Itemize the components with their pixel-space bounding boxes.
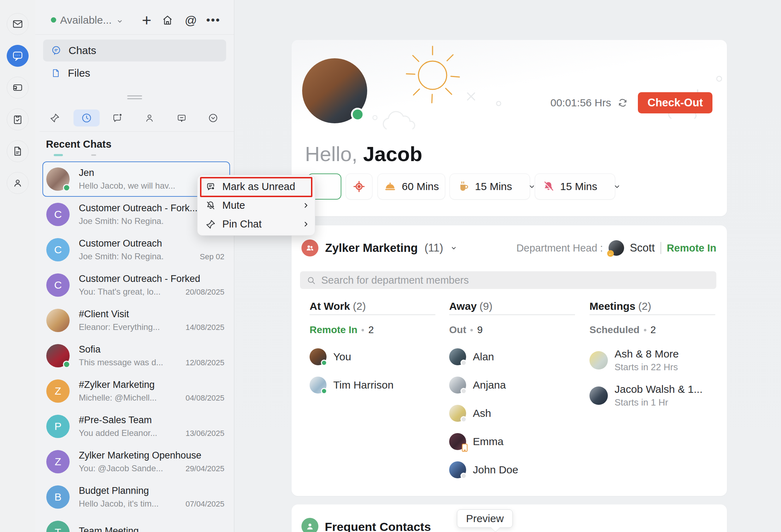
chat-item[interactable]: ZZylker Marketing OpenhouseYou: @Jacob S… [42, 444, 230, 479]
contacts-icon[interactable] [7, 172, 29, 194]
home-icon[interactable] [161, 13, 174, 27]
notes-icon[interactable] [7, 140, 29, 162]
away-status-dot [460, 473, 467, 479]
chevron-down-icon[interactable] [450, 244, 458, 252]
menu-item-label: Pin Chat [222, 218, 262, 230]
bots-icon[interactable] [176, 112, 188, 124]
chat-icon[interactable] [7, 45, 29, 67]
chat-name: Zylker Marketing Openhouse [79, 450, 224, 461]
coffee-duration-label: 15 Mins [475, 181, 512, 193]
substatus-count: 2 [368, 324, 374, 336]
greeting-prefix: Hello, [305, 142, 357, 165]
coffee-break-button[interactable]: 15 Mins [450, 173, 530, 200]
member-row[interactable]: Anjana [449, 371, 575, 399]
check-out-button[interactable]: Check-Out [638, 92, 712, 113]
department-header[interactable]: Zylker Marketing (11) [301, 240, 458, 256]
chat-timestamp: Sep 02 [200, 252, 224, 261]
column-title: Meetings [589, 300, 635, 312]
avatar [46, 309, 70, 332]
chat-info: #Zylker MarketingMichelle: @Michell...04… [79, 379, 224, 403]
chat-item[interactable]: BBudget PlanningHello Jacob, it's tim...… [42, 479, 230, 515]
chat-info: Customer OutreachJoe Smith: No Regina.Se… [79, 238, 224, 261]
pinned-chats-icon[interactable] [49, 112, 61, 124]
chat-item[interactable]: TTeam Meeting [42, 515, 230, 532]
new-chat-plus-icon[interactable]: + [140, 13, 153, 27]
department-head-status[interactable]: Remote In [667, 242, 716, 254]
member-info: Ash & 8 MoreStarts in 22 Hrs [615, 348, 679, 373]
avatar: T [46, 521, 70, 532]
column-subheader: Scheduled2 [589, 324, 715, 336]
chat-subrow: Joe Smith: No Regina.Sep 02 [79, 252, 224, 261]
scroll-remnant [54, 154, 63, 156]
chevron-down-icon[interactable] [116, 17, 124, 25]
mail-icon[interactable] [7, 13, 29, 35]
department-search-input[interactable]: Search for department members [300, 271, 716, 289]
member-row[interactable]: Tim Harrison [310, 371, 435, 399]
tasks-icon[interactable] [7, 108, 29, 130]
unread-chats-icon[interactable] [111, 112, 123, 124]
menu-item-pin-chat[interactable]: Pin Chat [198, 215, 315, 234]
wallet-icon[interactable] [7, 77, 29, 99]
menu-item-mute[interactable]: Mute [198, 196, 315, 215]
menu-item-mark-as-unread[interactable]: Mark as Unread [198, 177, 315, 196]
chat-info: Customer Outreach - ForkedYou: That's gr… [79, 273, 224, 297]
chat-item[interactable]: CCustomer OutreachJoe Smith: No Regina.S… [42, 232, 230, 267]
member-row[interactable]: Ash & 8 MoreStarts in 22 Hrs [589, 343, 715, 378]
online-status-dot [321, 360, 327, 366]
chat-name: Customer Outreach [79, 238, 224, 249]
files-tab-label: Files [68, 67, 90, 79]
column-title: At Work [310, 300, 350, 312]
chat-item[interactable]: #Client VisitEleanor: Everything...14/08… [42, 303, 230, 338]
department-head-avatar[interactable]: ← [609, 240, 624, 256]
tab-chats[interactable]: Chats [43, 40, 226, 61]
member-row[interactable]: You [310, 343, 435, 371]
location-action-button[interactable] [346, 173, 372, 200]
refresh-icon[interactable] [617, 97, 628, 108]
chat-subrow: Eleanor: Everything...14/08/2025 [79, 322, 224, 332]
dot-separator [644, 329, 646, 331]
availability-status[interactable]: Available... [60, 14, 112, 26]
department-head-name[interactable]: Scott [630, 242, 655, 254]
member-row[interactable]: Ash [449, 399, 575, 427]
lunch-break-button[interactable]: 60 Mins [377, 173, 445, 200]
tab-files[interactable]: Files [43, 63, 226, 83]
member-row[interactable]: John Doe [449, 456, 575, 484]
mute-notifications-icon [542, 180, 555, 193]
member-row[interactable]: Alan [449, 343, 575, 371]
chat-item[interactable]: P#Pre-Sales TeamYou added Eleanor...13/0… [42, 409, 230, 444]
member-row[interactable]: Jacob Walsh & 1...Starts in 1 Hr [589, 378, 715, 413]
substatus-label: Out [449, 324, 466, 336]
mentions-icon[interactable]: @ [184, 13, 198, 27]
chat-panel: Available... + @ ••• Chats Files Recent … [35, 0, 234, 532]
sun-illustration [401, 43, 464, 106]
chat-timestamp: 04/08/2025 [186, 394, 224, 403]
chat-item[interactable]: Z#Zylker MarketingMichelle: @Michell...0… [42, 373, 230, 409]
department-title: Zylker Marketing [325, 241, 418, 255]
avatar: Z [46, 379, 70, 403]
department-head-row: Department Head : ← Scott Remote In [516, 240, 716, 256]
submenu-chevron-icon [303, 221, 309, 227]
more-options-icon[interactable]: ••• [207, 13, 220, 27]
chat-item[interactable]: SofiaThis message was d...12/08/2025 [42, 338, 230, 373]
mute-icon [205, 200, 216, 211]
chat-timestamp: 07/04/2025 [186, 500, 224, 509]
divider [310, 314, 435, 315]
preview-tooltip[interactable]: Preview [457, 509, 513, 528]
panel-resize-handle[interactable] [127, 95, 142, 101]
chat-item[interactable]: CCustomer Outreach - ForkedYou: That's g… [42, 267, 230, 303]
recent-chats-icon[interactable] [81, 112, 93, 124]
chevron-down-icon[interactable] [613, 182, 621, 191]
avatar [589, 351, 608, 370]
avatar: P [46, 415, 70, 438]
mute-notifications-button[interactable]: 15 Mins [535, 173, 615, 200]
crosshair-icon [353, 180, 365, 193]
meeting-start-time: Starts in 22 Hrs [615, 362, 679, 373]
chat-preview: This message was d... [79, 357, 182, 367]
contacts-filter-icon[interactable] [143, 112, 155, 124]
chat-context-menu: Mark as Unread Mute Pin Chat [197, 175, 315, 236]
user-avatar[interactable] [302, 58, 367, 123]
divider [660, 242, 661, 254]
member-row[interactable]: Emma [449, 427, 575, 456]
department-column-meetings: Meetings(2)Scheduled2Ash & 8 MoreStarts … [589, 300, 715, 413]
more-filters-icon[interactable] [207, 112, 219, 124]
